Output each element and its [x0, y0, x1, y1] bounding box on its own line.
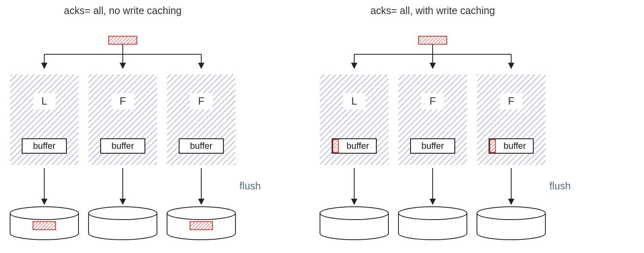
- svg-rect-23: [190, 222, 213, 230]
- broker-node: Fbuffer: [398, 74, 467, 165]
- disk: [477, 207, 545, 240]
- buffer-label: buffer: [111, 141, 134, 151]
- broker-node: Lbuffer: [10, 74, 78, 165]
- svg-point-17: [89, 207, 157, 220]
- group-title: acks= all, no write caching: [64, 5, 182, 16]
- disk-message: [33, 222, 56, 230]
- broker-role: L: [41, 95, 47, 107]
- disk: [10, 207, 78, 240]
- svg-point-20: [167, 207, 235, 220]
- broker-role: L: [351, 95, 357, 107]
- disk: [89, 207, 157, 240]
- svg-point-38: [398, 207, 467, 220]
- buffer-message: [490, 140, 495, 152]
- svg-rect-16: [33, 222, 56, 230]
- broker-role: F: [198, 95, 204, 107]
- svg-point-41: [477, 207, 545, 220]
- group-title: acks= all, with write caching: [370, 5, 495, 16]
- svg-rect-24: [419, 36, 447, 44]
- svg-rect-4: [109, 36, 137, 44]
- broker-node: Fbuffer: [477, 74, 545, 165]
- broker-node: Fbuffer: [89, 74, 157, 165]
- broker-node: Lbuffer: [320, 74, 388, 165]
- buffer-message: [333, 140, 339, 152]
- disk: [320, 207, 388, 240]
- buffer-label: buffer: [33, 141, 56, 151]
- svg-point-35: [320, 207, 388, 220]
- flush-label: flush: [239, 180, 261, 191]
- broker-role: F: [508, 95, 514, 107]
- disk-message: [190, 222, 213, 230]
- buffer-label: buffer: [504, 141, 526, 151]
- broker-role: F: [429, 95, 436, 107]
- disk: [398, 207, 467, 240]
- producer-message: [419, 36, 447, 44]
- broker-node: Fbuffer: [167, 74, 235, 165]
- buffer-label: buffer: [347, 141, 369, 151]
- buffer-label: buffer: [190, 141, 213, 151]
- disk: [167, 207, 235, 240]
- svg-rect-29: [333, 140, 339, 152]
- broker-role: F: [120, 95, 126, 107]
- svg-point-13: [10, 207, 78, 220]
- svg-rect-34: [490, 140, 495, 152]
- buffer-label: buffer: [421, 141, 444, 151]
- flush-label: flush: [549, 180, 571, 191]
- producer-message: [109, 36, 137, 44]
